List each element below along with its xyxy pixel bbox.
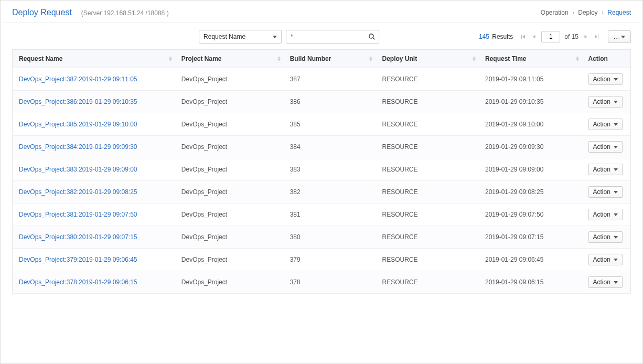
row-action-button[interactable]: Action bbox=[588, 164, 623, 175]
row-action-button[interactable]: Action bbox=[588, 96, 623, 108]
cell-action: Action bbox=[582, 91, 631, 113]
page-number-input[interactable] bbox=[541, 31, 560, 42]
cell-request-time: 2019-01-29 09:06:15 bbox=[479, 271, 582, 294]
chevron-down-icon bbox=[614, 191, 618, 194]
chevron-down-icon bbox=[614, 78, 618, 81]
cell-request-name: DevOps_Project:381:2019-01-29 09:07:50 bbox=[13, 204, 175, 226]
cell-deploy-unit: RESOURCE bbox=[376, 181, 479, 204]
request-name-link[interactable]: DevOps_Project:385:2019-01-29 09:10:00 bbox=[19, 121, 137, 128]
cell-request-name: DevOps_Project:379:2019-01-29 09:06:45 bbox=[13, 249, 175, 271]
cell-build-number: 378 bbox=[284, 271, 376, 294]
cell-build-number: 386 bbox=[284, 91, 376, 113]
search-box[interactable] bbox=[286, 30, 379, 44]
cell-action: Action bbox=[582, 113, 631, 136]
col-header-label: Project Name bbox=[181, 55, 222, 62]
cell-request-name: DevOps_Project:385:2019-01-29 09:10:00 bbox=[13, 113, 175, 136]
cell-project-name: DevOps_Project bbox=[175, 249, 284, 271]
cell-request-time: 2019-01-29 09:06:45 bbox=[479, 249, 582, 271]
cell-deploy-unit: RESOURCE bbox=[376, 136, 479, 158]
cell-request-name: DevOps_Project:384:2019-01-29 09:09:30 bbox=[13, 136, 175, 158]
page-header: Deploy Request (Server 192.168.51.24 /18… bbox=[4, 1, 639, 23]
cell-deploy-unit: RESOURCE bbox=[376, 249, 479, 271]
search-input[interactable] bbox=[291, 33, 364, 40]
cell-build-number: 385 bbox=[284, 113, 376, 136]
row-action-button[interactable]: Action bbox=[588, 141, 623, 153]
request-name-link[interactable]: DevOps_Project:378:2019-01-29 09:06:15 bbox=[19, 279, 137, 286]
request-name-link[interactable]: DevOps_Project:381:2019-01-29 09:07:50 bbox=[19, 211, 137, 218]
cell-project-name: DevOps_Project bbox=[175, 226, 284, 249]
row-action-label: Action bbox=[593, 279, 610, 286]
cell-action: Action bbox=[582, 271, 631, 294]
row-action-button[interactable]: Action bbox=[588, 73, 623, 85]
row-action-label: Action bbox=[593, 76, 610, 83]
chevron-down-icon bbox=[614, 146, 618, 148]
cell-request-name: DevOps_Project:378:2019-01-29 09:06:15 bbox=[13, 271, 175, 294]
table-row: DevOps_Project:387:2019-01-29 09:11:05De… bbox=[13, 68, 631, 91]
col-header-label: Build Number bbox=[290, 55, 331, 62]
table-row: DevOps_Project:382:2019-01-29 09:08:25De… bbox=[13, 181, 631, 204]
cell-request-time: 2019-01-29 09:07:50 bbox=[479, 204, 582, 226]
pager-first-button[interactable] bbox=[519, 34, 527, 40]
table-row: DevOps_Project:380:2019-01-29 09:07:15De… bbox=[13, 226, 631, 249]
table-row: DevOps_Project:383:2019-01-29 09:09:00De… bbox=[13, 158, 631, 181]
col-header-deploy-unit[interactable]: Deploy Unit bbox=[376, 50, 479, 68]
row-action-button[interactable]: Action bbox=[588, 276, 623, 288]
row-action-label: Action bbox=[593, 98, 610, 105]
table-row: DevOps_Project:379:2019-01-29 09:06:45De… bbox=[13, 249, 631, 271]
row-action-button[interactable]: Action bbox=[588, 186, 623, 198]
request-name-link[interactable]: DevOps_Project:383:2019-01-29 09:09:00 bbox=[19, 166, 137, 173]
pager-last-button[interactable] bbox=[593, 34, 601, 40]
sort-icon bbox=[277, 57, 281, 61]
breadcrumb-item[interactable]: Operation bbox=[541, 9, 569, 16]
page-title: Deploy Request bbox=[12, 8, 72, 17]
request-name-link[interactable]: DevOps_Project:386:2019-01-29 09:10:35 bbox=[19, 98, 137, 105]
cell-request-name: DevOps_Project:386:2019-01-29 09:10:35 bbox=[13, 91, 175, 113]
cell-deploy-unit: RESOURCE bbox=[376, 91, 479, 113]
cell-request-time: 2019-01-29 09:09:30 bbox=[479, 136, 582, 158]
row-action-button[interactable]: Action bbox=[588, 231, 623, 243]
cell-project-name: DevOps_Project bbox=[175, 136, 284, 158]
row-action-button[interactable]: Action bbox=[588, 254, 623, 265]
table-row: DevOps_Project:378:2019-01-29 09:06:15De… bbox=[13, 271, 631, 294]
table-row: DevOps_Project:385:2019-01-29 09:10:00De… bbox=[13, 113, 631, 136]
page-total: of 15 bbox=[564, 33, 578, 40]
chevron-down-icon bbox=[621, 36, 625, 38]
result-label: Results bbox=[492, 33, 513, 40]
request-name-link[interactable]: DevOps_Project:382:2019-01-29 09:08:25 bbox=[19, 188, 137, 196]
row-action-button[interactable]: Action bbox=[588, 119, 623, 130]
cell-request-name: DevOps_Project:387:2019-01-29 09:11:05 bbox=[13, 68, 175, 91]
row-action-label: Action bbox=[593, 143, 610, 151]
request-name-link[interactable]: DevOps_Project:387:2019-01-29 09:11:05 bbox=[19, 76, 137, 83]
col-header-request-time[interactable]: Request Time bbox=[479, 50, 582, 68]
cell-build-number: 384 bbox=[284, 136, 376, 158]
chevron-down-icon bbox=[614, 236, 618, 239]
pager: 145 Results of 15 ... bbox=[479, 30, 631, 43]
col-header-request-name[interactable]: Request Name bbox=[13, 50, 175, 68]
chevron-down-icon bbox=[614, 101, 618, 103]
breadcrumb-item[interactable]: Deploy bbox=[578, 9, 597, 16]
request-name-link[interactable]: DevOps_Project:380:2019-01-29 09:07:15 bbox=[19, 233, 137, 241]
cell-deploy-unit: RESOURCE bbox=[376, 271, 479, 294]
chevron-down-icon bbox=[614, 213, 618, 216]
request-name-link[interactable]: DevOps_Project:379:2019-01-29 09:06:45 bbox=[19, 256, 137, 263]
chevron-down-icon bbox=[273, 36, 277, 38]
col-header-build-number[interactable]: Build Number bbox=[284, 50, 376, 68]
sort-icon bbox=[473, 57, 476, 61]
chevron-down-icon bbox=[614, 123, 618, 126]
col-header-project-name[interactable]: Project Name bbox=[175, 50, 284, 68]
search-icon[interactable] bbox=[368, 33, 376, 40]
filter-field-select[interactable]: Request Name bbox=[199, 30, 282, 44]
chevron-down-icon bbox=[614, 168, 618, 171]
cell-build-number: 383 bbox=[284, 158, 376, 181]
pager-next-button[interactable] bbox=[583, 34, 589, 40]
row-action-button[interactable]: Action bbox=[588, 209, 623, 220]
cell-action: Action bbox=[582, 226, 631, 249]
filter-field-label: Request Name bbox=[203, 33, 245, 40]
pager-prev-button[interactable] bbox=[531, 34, 537, 40]
more-menu-button[interactable]: ... bbox=[608, 30, 631, 43]
cell-build-number: 380 bbox=[284, 226, 376, 249]
breadcrumb-item-current[interactable]: Request bbox=[607, 9, 631, 16]
cell-project-name: DevOps_Project bbox=[175, 271, 284, 294]
request-name-link[interactable]: DevOps_Project:384:2019-01-29 09:09:30 bbox=[19, 143, 137, 151]
cell-request-time: 2019-01-29 09:07:15 bbox=[479, 226, 582, 249]
